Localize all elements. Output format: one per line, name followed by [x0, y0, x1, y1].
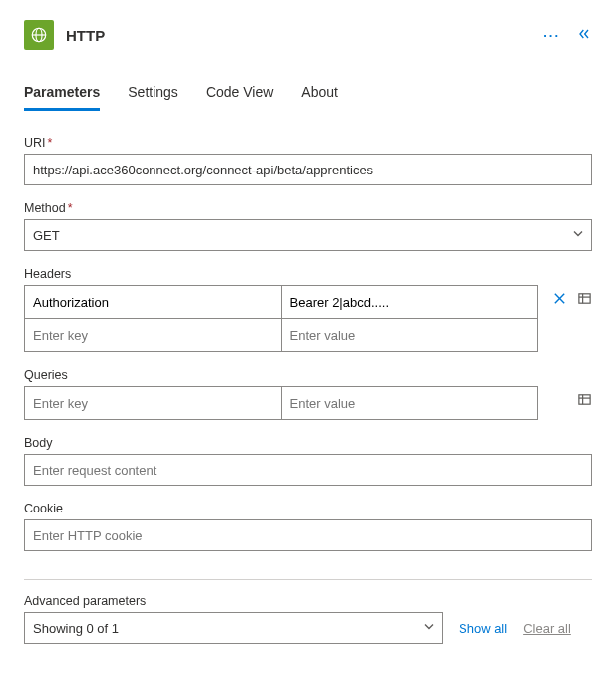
advanced-label: Advanced parameters: [24, 594, 592, 608]
queries-label: Queries: [24, 368, 592, 382]
header-value-input[interactable]: [281, 286, 538, 318]
show-all-link[interactable]: Show all: [459, 621, 507, 636]
collapse-icon[interactable]: [576, 26, 592, 45]
body-input[interactable]: [24, 454, 592, 486]
uri-label: URI*: [24, 136, 592, 150]
remove-header-icon[interactable]: [552, 291, 567, 306]
tab-bar: Parameters Settings Code View About: [24, 80, 592, 112]
section-divider: [24, 579, 592, 580]
queries-table: [24, 386, 538, 420]
tab-codeview[interactable]: Code View: [206, 80, 273, 111]
tab-about[interactable]: About: [301, 80, 338, 111]
more-menu-icon[interactable]: ···: [543, 28, 560, 43]
tab-parameters[interactable]: Parameters: [24, 80, 100, 111]
tab-settings[interactable]: Settings: [128, 80, 178, 111]
uri-input[interactable]: [24, 154, 592, 185]
header-key-input[interactable]: [25, 286, 281, 318]
switch-mode-icon[interactable]: [577, 392, 592, 407]
clear-all-link[interactable]: Clear all: [523, 621, 571, 636]
query-value-input[interactable]: [281, 387, 538, 419]
http-globe-icon: [24, 20, 54, 50]
cookie-input[interactable]: [24, 519, 592, 551]
query-key-input[interactable]: [25, 387, 281, 419]
method-select[interactable]: [24, 219, 592, 251]
header-key-placeholder[interactable]: [25, 319, 281, 351]
body-label: Body: [24, 436, 592, 450]
headers-table: [24, 285, 538, 352]
cookie-label: Cookie: [24, 502, 592, 515]
card-title: HTTP: [66, 27, 105, 44]
headers-label: Headers: [24, 267, 592, 281]
switch-mode-icon[interactable]: [577, 291, 592, 306]
advanced-params-select[interactable]: [24, 612, 443, 644]
header-value-placeholder[interactable]: [281, 319, 538, 351]
svg-rect-5: [579, 294, 590, 303]
method-label: Method*: [24, 201, 592, 215]
card-header: HTTP ···: [24, 20, 592, 50]
svg-rect-8: [579, 395, 590, 404]
